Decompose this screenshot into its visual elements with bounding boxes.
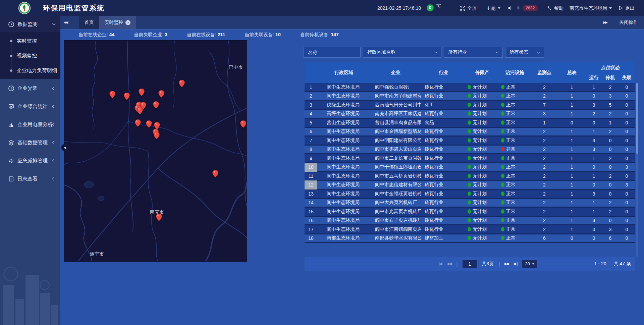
panel-collapse-button[interactable]: ◀: [61, 144, 68, 151]
map-pin-icon[interactable]: [240, 120, 246, 128]
row-index[interactable]: 15: [305, 207, 317, 216]
row-index[interactable]: 12: [305, 180, 317, 189]
sidebar-item-data-monitor[interactable]: 数据监测: [0, 16, 60, 32]
table-row[interactable]: 3仪陇生态环境局西南油气田分公司川中化工无计划正常71350: [305, 101, 635, 110]
first-page-button[interactable]: |◀: [439, 262, 442, 266]
map-pin-icon[interactable]: [139, 89, 145, 96]
cell-company: 阆中市金福旺页岩机砖: [370, 191, 421, 197]
table-row[interactable]: 12阆中生态环境局阆中市忠信建材有限公砖瓦行业无计划正常21003: [305, 181, 635, 190]
map-pin-icon[interactable]: [156, 214, 162, 221]
row-index[interactable]: 11: [305, 172, 317, 181]
map-pin-icon[interactable]: [137, 107, 143, 114]
prev-page-button[interactable]: ◀◀: [447, 262, 452, 266]
cell-industry: 建材加工: [421, 235, 466, 241]
row-index[interactable]: 9: [305, 154, 317, 163]
row-index[interactable]: 16: [305, 216, 317, 225]
row-index[interactable]: 17: [305, 225, 317, 234]
map-pin-icon[interactable]: [179, 80, 185, 87]
sidebar-item-logs[interactable]: 日志查看: [0, 170, 60, 188]
org-menu[interactable]: 南充市生态环境局: [570, 0, 612, 16]
table-row[interactable]: 6阆中生态环境局阆中市金博瑞新型墙材砖瓦行业无计划正常21120: [305, 128, 635, 137]
page-number-input[interactable]: [462, 260, 477, 268]
table-row[interactable]: 2阆中生态环境局阆中市南方节能建材有砖瓦行业无计划正常21030: [305, 92, 635, 101]
cell-production: 无计划: [466, 138, 499, 144]
map-pin-icon[interactable]: [154, 132, 160, 139]
tab-home[interactable]: 首页: [79, 16, 99, 29]
map-pin-icon[interactable]: [158, 90, 164, 98]
sidebar-item-base-data[interactable]: 基础数据管理: [0, 133, 60, 152]
table-row[interactable]: 18南部生态环境局南部县砂华水泥有限公建材加工无计划正常60060: [305, 234, 635, 243]
table-row[interactable]: 15阆中生态环境局阆中市光富页岩机砖厂砖瓦行业无计划正常21120: [305, 208, 635, 217]
sidebar-item-power-analysis[interactable]: 企业用电量分析: [0, 115, 60, 133]
sidebar-subitem[interactable]: 实时监控: [0, 34, 60, 48]
theme-menu[interactable]: 主题: [486, 0, 500, 16]
map-pin-icon[interactable]: [154, 122, 160, 129]
industry-filter-select[interactable]: 所有行业: [444, 47, 503, 58]
map-pin-icon[interactable]: [124, 93, 130, 100]
name-filter-input[interactable]: [304, 47, 361, 58]
row-index[interactable]: 4: [305, 109, 317, 118]
table-row[interactable]: 11阆中生态环境局阆中市五马桥页岩机砖砖瓦行业无计划正常21120: [305, 172, 635, 181]
logout-button[interactable]: 退出: [619, 0, 635, 16]
tab-realtime-monitor[interactable]: 实时监控 ×: [99, 16, 136, 29]
row-index[interactable]: 3: [305, 101, 317, 110]
status-filter-select[interactable]: 所有状态: [505, 47, 544, 58]
cell-region: 阆中生态环境局: [317, 128, 370, 134]
fullscreen-button[interactable]: 全屏: [460, 0, 477, 16]
cell-points: 2: [531, 147, 558, 152]
row-index[interactable]: 2: [305, 92, 317, 101]
cell-industry: 砖瓦行业: [421, 84, 466, 90]
row-index[interactable]: 8: [305, 145, 317, 154]
help-button[interactable]: 帮助: [547, 0, 564, 16]
map-pin-icon[interactable]: [135, 119, 141, 127]
row-index[interactable]: 1: [305, 83, 317, 92]
table-row[interactable]: 1阆中生态环境局阆中强锐页岩砖厂砖瓦行业无计划正常21120: [305, 83, 635, 92]
mute-button[interactable]: [508, 0, 513, 16]
last-page-button[interactable]: ▶|: [514, 262, 517, 266]
close-icon[interactable]: ×: [125, 20, 130, 25]
row-index[interactable]: 7: [305, 136, 317, 145]
cell-points: 2: [531, 182, 558, 187]
double-chevron-left-icon[interactable]: ◀◀: [60, 16, 71, 29]
sidebar-item-enterprise-stats[interactable]: 企业综合统计: [0, 97, 60, 115]
sidebar-subitem[interactable]: 视频监控: [0, 48, 60, 63]
close-operations-menu[interactable]: 关闭操作: [619, 19, 638, 25]
map-pin-icon[interactable]: [109, 91, 115, 98]
map-pin-icon[interactable]: [212, 170, 218, 177]
cell-points: 2: [531, 191, 558, 197]
map-panel[interactable]: 巴中市南充市遂宁市: [64, 40, 247, 262]
double-chevron-right-icon[interactable]: ▶▶: [600, 16, 610, 29]
table-row[interactable]: 17阆中生态环境局阆中市江南镇阆南页岩砖瓦行业无计划正常21030: [305, 225, 635, 234]
status-dot-icon: [468, 209, 471, 214]
map-pin-icon[interactable]: [153, 101, 159, 109]
notifications-button[interactable]: [516, 0, 521, 16]
row-index[interactable]: 10: [305, 163, 317, 172]
cell-stopped: 2: [602, 156, 619, 161]
next-page-button[interactable]: ▶▶: [504, 262, 509, 266]
table-row[interactable]: 14阆中生态环境局阆中大兴页岩机砖厂砖瓦行业无计划正常21120: [305, 199, 635, 208]
cell-facility: 正常: [499, 138, 531, 144]
table-scrollbar[interactable]: [636, 83, 638, 257]
table-row[interactable]: 9阆中生态环境局阆中市二龙长宝页岩砖砖瓦行业无计划正常21120: [305, 154, 635, 163]
map-pin-icon[interactable]: [146, 120, 152, 128]
sidebar-item-emergency[interactable]: 应急减排管理: [0, 152, 60, 170]
row-index[interactable]: 14: [305, 198, 317, 207]
table-row[interactable]: 8阆中生态环境局阆中市枣碧大梁山页岩砖瓦行业无计划异常21300: [305, 146, 635, 155]
row-index[interactable]: 18: [305, 234, 317, 243]
table-row[interactable]: 5营山生态环境局营山县润丰肉食品有限食品无计划正常10010: [305, 119, 635, 128]
row-index[interactable]: 6: [305, 127, 317, 136]
page-size-select[interactable]: 20: [522, 260, 537, 268]
notification-badge[interactable]: 2632: [523, 5, 538, 11]
scrollbar-thumb[interactable]: [636, 83, 638, 154]
table-row[interactable]: 16阆中生态环境局阆中市石子页岩机砖厂砖瓦行业无计划正常21300: [305, 217, 635, 226]
row-index[interactable]: 13: [305, 189, 317, 199]
sidebar-item-enterprise-abnormal[interactable]: 企业异常: [0, 79, 60, 97]
sidebar-subitem[interactable]: 企业电力负荷明细: [0, 63, 60, 78]
table-row[interactable]: 13阆中生态环境局阆中市金福旺页岩机砖砖瓦行业无计划正常21300: [305, 190, 635, 199]
cell-region: 阆中生态环境局: [317, 191, 370, 197]
table-row[interactable]: 4高坪生态环境局南充市高坪区王家店建砖瓦行业无计划正常31220: [305, 110, 635, 119]
table-row[interactable]: 10阆中生态环境局阆中千佛镇五郎垭页岩砖瓦行业无计划正常21003: [305, 163, 635, 172]
table-row[interactable]: 7阆中生态环境局阆中明阳建材有限公司砖瓦行业无计划正常21300: [305, 137, 635, 146]
row-index[interactable]: 5: [305, 118, 317, 127]
region-filter-select[interactable]: 行政区域名称: [363, 47, 441, 58]
